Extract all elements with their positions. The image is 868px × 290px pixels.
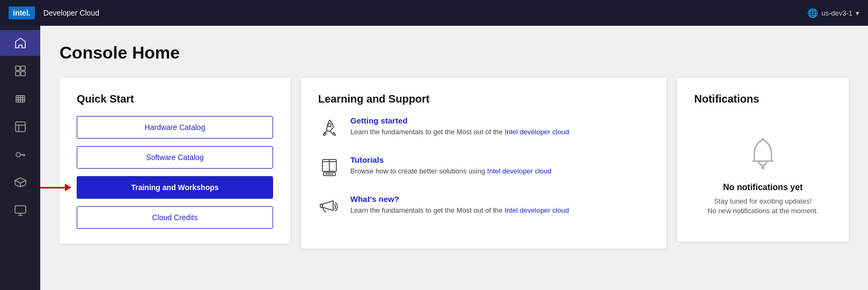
svg-point-21 (328, 124, 331, 127)
sidebar-item-home[interactable] (0, 30, 40, 56)
main-layout: Console Home Quick Start Hardware Catalo… (0, 26, 868, 290)
notif-empty-title: No notifications yet (723, 183, 803, 192)
getting-started-desc: Learn the fundamentals to get the Most o… (350, 127, 569, 137)
whats-new-link[interactable]: What's new? (350, 194, 569, 204)
svg-point-32 (761, 166, 764, 169)
sidebar-item-training[interactable] (0, 170, 40, 195)
quick-start-buttons: Hardware Catalog Software Catalog Traini… (77, 116, 273, 229)
notifications-title: Notifications (694, 93, 832, 105)
svg-rect-10 (16, 122, 25, 132)
sidebar-item-software[interactable] (0, 114, 40, 140)
svg-point-13 (16, 153, 20, 157)
chevron-down-icon: ▾ (856, 9, 859, 17)
topbar-title: Developer Cloud (43, 9, 99, 17)
quick-start-card: Quick Start Hardware Catalog Software Ca… (60, 78, 290, 244)
tutorials-link[interactable]: Tutorials (350, 155, 551, 164)
learning-support-card: Learning and Support (301, 78, 666, 249)
whats-new-desc: Learn the fundamentals to get the Most o… (350, 206, 569, 215)
home-icon (14, 37, 27, 49)
globe-icon: 🌐 (807, 8, 818, 18)
sidebar-item-hardware[interactable] (0, 86, 40, 112)
bell-wrapper (747, 137, 779, 174)
region-label: us-dev3-1 (821, 9, 852, 17)
notif-empty-desc: Stay tuned for exciting updates!No new n… (708, 197, 819, 216)
svg-rect-0 (16, 66, 20, 70)
sidebar-item-display[interactable] (0, 198, 40, 223)
sidebar-item-keys[interactable] (0, 142, 40, 168)
notifications-empty: No notifications yet Stay tuned for exci… (694, 116, 832, 227)
whats-new-text: What's new? Learn the fundamentals to ge… (350, 194, 569, 215)
topbar-left: intel. Developer Cloud (9, 6, 99, 19)
catalog-icon (14, 64, 27, 77)
display-icon (14, 204, 27, 217)
training-workshops-button[interactable]: Training and Workshops (77, 176, 273, 199)
svg-rect-1 (21, 66, 25, 70)
quick-start-title: Quick Start (77, 93, 273, 105)
svg-rect-27 (320, 204, 322, 207)
sidebar (0, 26, 40, 290)
svg-rect-18 (15, 206, 26, 213)
megaphone-icon (318, 195, 341, 223)
training-row: Training and Workshops (77, 176, 273, 199)
page-title: Console Home (60, 43, 849, 63)
arrow-indicator (40, 184, 71, 191)
training-icon (14, 176, 27, 189)
tutorials-desc: Browse how to create better solutions us… (350, 166, 551, 176)
topbar: intel. Developer Cloud 🌐 us-dev3-1 ▾ (0, 0, 868, 26)
cloud-credits-button[interactable]: Cloud Credits (77, 206, 273, 229)
software-icon (14, 120, 27, 133)
learning-title: Learning and Support (318, 93, 649, 105)
hardware-catalog-button[interactable]: Hardware Catalog (77, 116, 273, 139)
cards-row: Quick Start Hardware Catalog Software Ca… (60, 78, 849, 249)
getting-started-link[interactable]: Getting started (350, 116, 569, 125)
sidebar-item-catalog[interactable] (0, 58, 40, 84)
content-area: Console Home Quick Start Hardware Catalo… (40, 26, 868, 290)
tutorials-text: Tutorials Browse how to create better so… (350, 155, 551, 176)
bell-icon (747, 137, 779, 172)
tutorials-item: Tutorials Browse how to create better so… (318, 155, 649, 184)
book-icon (318, 156, 341, 184)
rocket-icon (318, 117, 341, 144)
notifications-card: Notifications No notifications yet Stay … (677, 78, 849, 242)
arrow-line (40, 187, 65, 189)
svg-rect-3 (21, 71, 25, 76)
keys-icon (14, 148, 27, 161)
intel-logo: intel. (9, 6, 35, 19)
whats-new-item: What's new? Learn the fundamentals to ge… (318, 194, 649, 223)
software-catalog-button[interactable]: Software Catalog (77, 146, 273, 169)
svg-rect-2 (16, 71, 20, 76)
getting-started-text: Getting started Learn the fundamentals t… (350, 116, 569, 137)
getting-started-item: Getting started Learn the fundamentals t… (318, 116, 649, 144)
region-selector[interactable]: 🌐 us-dev3-1 ▾ (807, 8, 859, 18)
hardware-icon (14, 92, 27, 105)
arrow-head (65, 184, 71, 191)
